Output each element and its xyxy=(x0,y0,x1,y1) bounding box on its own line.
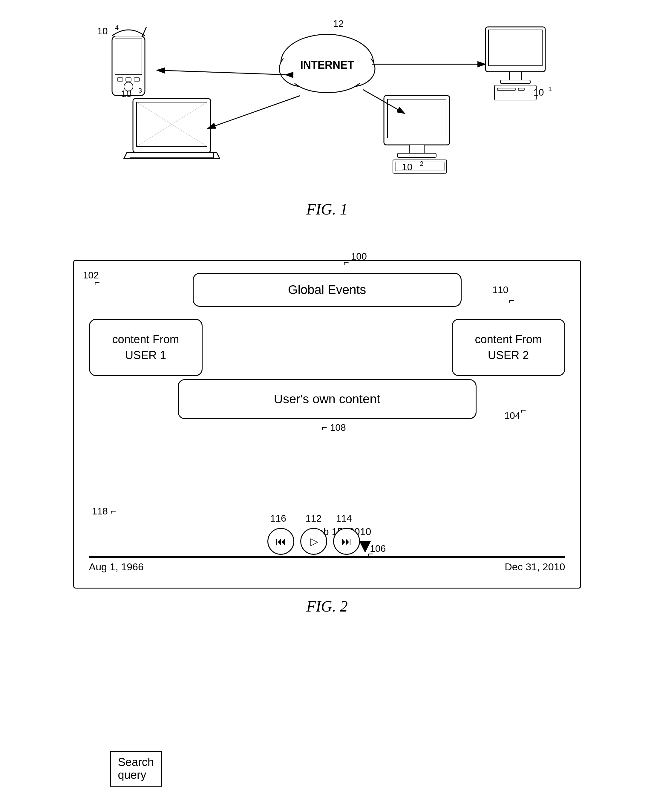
timeline-start: Aug 1, 1966 xyxy=(89,561,144,573)
fig1-diagram: INTERNET 12 10 4 xyxy=(88,12,566,221)
svg-rect-22 xyxy=(500,80,530,84)
content-user2-label: content From USER 2 xyxy=(475,333,542,362)
svg-text:10: 10 xyxy=(402,162,413,172)
search-query-label: Search query xyxy=(118,756,154,781)
svg-line-46 xyxy=(208,96,300,128)
global-events-box: Global Events 110 ⌐ xyxy=(193,273,461,307)
svg-text:10: 10 xyxy=(121,89,132,99)
svg-text:10: 10 xyxy=(533,87,544,98)
content-user1-label: content From USER 1 xyxy=(112,333,179,362)
svg-text:4: 4 xyxy=(115,24,119,31)
global-events-label: Global Events xyxy=(288,282,366,297)
svg-rect-23 xyxy=(495,85,536,100)
svg-rect-31 xyxy=(397,153,436,157)
svg-rect-36 xyxy=(133,99,211,153)
own-content-box: User's own content 104 ⌐ xyxy=(178,379,477,419)
svg-text:2: 2 xyxy=(420,160,423,167)
search-query-box[interactable]: Search query xyxy=(110,751,162,787)
play-button[interactable]: ▷ xyxy=(300,528,327,555)
play-icon: ▷ xyxy=(310,535,318,547)
content-user2-box: content From USER 2 xyxy=(452,319,565,376)
svg-text:10: 10 xyxy=(97,26,108,37)
ref-114: 114 xyxy=(336,513,352,524)
svg-rect-30 xyxy=(409,145,424,154)
rewind-icon: ⏮ xyxy=(276,536,286,547)
fig2-diagram: 100 ⌐ 102 ⌐ Global Events 110 ⌐ content … xyxy=(58,248,596,615)
fig2-label: FIG. 2 xyxy=(58,597,596,615)
svg-text:1: 1 xyxy=(548,85,552,93)
svg-text:3: 3 xyxy=(138,87,142,94)
content-user1-box: content From USER 1 xyxy=(89,319,203,376)
ref-108: 108 xyxy=(330,422,346,433)
ref-116: 116 xyxy=(270,513,286,524)
timeline-line xyxy=(89,556,565,558)
ref-110: 110 xyxy=(492,284,508,296)
svg-line-43 xyxy=(157,70,285,75)
fig2-main-box: 102 ⌐ Global Events 110 ⌐ content From U… xyxy=(73,260,581,589)
forward-button[interactable]: ⏭ xyxy=(333,528,360,555)
ref-112: 112 xyxy=(306,513,321,524)
timeline-labels: Aug 1, 1966 Dec 31, 2010 xyxy=(89,561,565,573)
fig1-svg: INTERNET 12 10 4 xyxy=(88,12,566,215)
timeline-end: Dec 31, 2010 xyxy=(504,561,565,573)
ref-118: 118 xyxy=(92,506,108,516)
svg-text:INTERNET: INTERNET xyxy=(300,59,354,71)
controls-row: 116 ⏮ 112 ▷ 114 ⏭ xyxy=(267,528,360,555)
rewind-button[interactable]: ⏮ xyxy=(267,528,294,555)
content-row: content From USER 1 content From USER 2 xyxy=(89,319,565,376)
forward-icon: ⏭ xyxy=(341,536,351,547)
ref-104: 104 xyxy=(504,410,520,421)
svg-rect-28 xyxy=(384,96,450,145)
svg-rect-19 xyxy=(486,27,545,72)
svg-rect-40 xyxy=(130,153,214,158)
svg-rect-21 xyxy=(509,72,521,81)
own-content-label: User's own content xyxy=(274,392,380,406)
fig1-label: FIG. 1 xyxy=(306,200,348,218)
svg-text:12: 12 xyxy=(333,18,344,29)
